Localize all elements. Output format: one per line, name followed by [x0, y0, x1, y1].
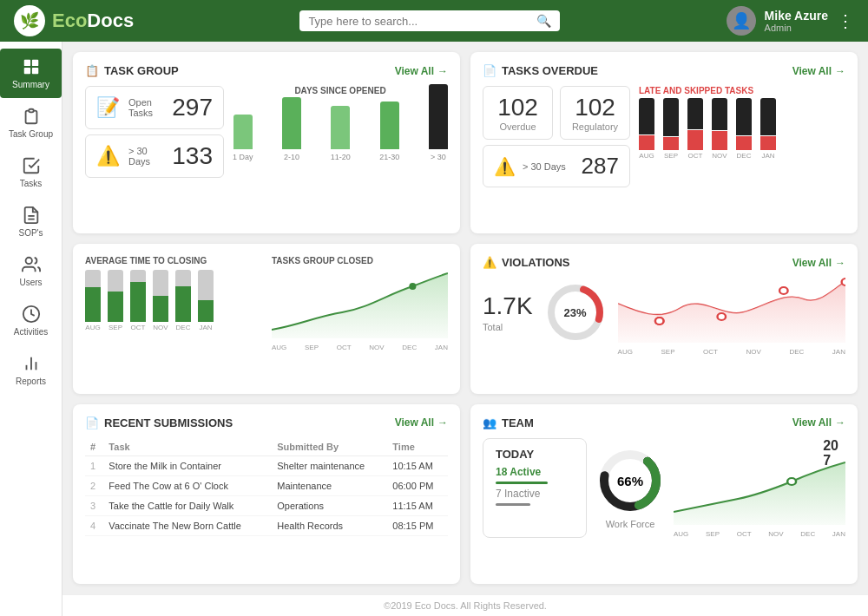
avg-bars: AUGSEPOCTNOVDECJAN [85, 271, 261, 331]
days-bar [331, 106, 350, 149]
over30-stat: ⚠️ > 30 Days 133 [85, 134, 224, 178]
tasks-overdue-header: 📄 TASKS OVERDUE View All → [483, 64, 845, 77]
days-bar-group: > 30 [429, 84, 448, 161]
svg-point-6 [25, 258, 31, 264]
header: 🌿 EcoDocs 🔍 👤 Mike Azure Admin ⋮ [0, 0, 868, 42]
submissions-icon: 📄 [85, 416, 99, 429]
late-bar-group: OCT [687, 98, 703, 160]
days-bar [429, 84, 448, 149]
team-title: 👥 TEAM [483, 416, 534, 429]
late-bar-dark [687, 98, 703, 129]
avg-bar-top [175, 270, 191, 285]
avatar: 👤 [727, 6, 756, 36]
sidebar-label-users: Users [19, 278, 42, 287]
sidebar-item-reports[interactable]: Reports [0, 345, 62, 395]
search-input[interactable] [308, 15, 529, 28]
search-icon: 🔍 [536, 14, 551, 28]
avg-bar-group: OCT [130, 270, 146, 331]
days-bar [282, 97, 301, 149]
sidebar-label-taskgroup: Task Group [9, 129, 53, 139]
sidebar-item-users[interactable]: Users [0, 246, 62, 296]
sidebar-item-sops[interactable]: SOP's [0, 197, 62, 246]
avg-bar-top [130, 270, 146, 282]
violations-icon: ⚠️ [483, 256, 496, 269]
sidebar-label-tasks: Tasks [20, 179, 43, 188]
violations-card: ⚠️ VIOLATIONS View All → 1.7K Total [470, 244, 858, 393]
over30-icon: ⚠️ [96, 145, 120, 167]
late-bar-label: SEP [664, 152, 678, 160]
days-bar-label: > 30 [431, 153, 446, 161]
submissions-card: 📄 RECENT SUBMISSIONS View All → #TaskSub… [73, 404, 460, 584]
violations-title: ⚠️ VIOLATIONS [483, 256, 569, 269]
svg-rect-0 [23, 60, 30, 66]
submissions-view-all[interactable]: View All → [395, 416, 448, 429]
late-bar-dark [663, 98, 679, 136]
month-label: AUG [272, 344, 286, 351]
days-bar [233, 115, 253, 149]
team-icon: 👥 [483, 416, 496, 429]
team-body: TODAY 18 Active 7 Inactive [483, 438, 845, 538]
month-label: SEP [706, 530, 720, 538]
tasks-overdue-card: 📄 TASKS OVERDUE View All → 102 O [470, 52, 858, 233]
month-label: DEC [800, 530, 815, 538]
sidebar-item-activities[interactable]: Activities [0, 296, 62, 345]
month-label: JAN [832, 530, 845, 538]
violations-view-all[interactable]: View All → [792, 257, 845, 269]
tasks-overdue-view-all[interactable]: View All → [792, 65, 845, 77]
submissions-col-header: Task [103, 438, 272, 456]
late-bar-dark [712, 98, 727, 130]
svg-rect-1 [31, 60, 37, 66]
avg-bar-group: SEP [108, 270, 123, 331]
avg-bar-top [153, 270, 168, 296]
search-area[interactable]: 🔍 [299, 10, 560, 31]
table-row: 2Feed The Cow at 6 O' ClockMaintenance06… [85, 475, 448, 495]
late-bar-red [736, 136, 752, 150]
user-info: Mike Azure Admin [765, 9, 828, 33]
svg-point-15 [655, 318, 664, 324]
submissions-header: 📄 RECENT SUBMISSIONS View All → [85, 416, 448, 429]
svg-rect-3 [31, 68, 37, 74]
table-cell: 2 [85, 475, 103, 495]
submissions-col-header: Submitted By [272, 438, 387, 456]
late-bar-group: SEP [663, 98, 679, 160]
month-label: JAN [832, 348, 845, 356]
layout: Summary Task Group Tasks SOP's Users Act… [0, 42, 868, 616]
days-bar-label: 21-30 [379, 153, 399, 161]
sidebar-item-tasks[interactable]: Tasks [0, 147, 62, 197]
svg-point-11 [409, 283, 416, 290]
open-tasks-icon: 📝 [96, 96, 120, 119]
sidebar-item-summary[interactable]: Summary [0, 49, 62, 98]
late-bar-label: NOV [712, 152, 727, 160]
team-view-all[interactable]: View All → [792, 416, 845, 429]
days-bar-label: 11-20 [331, 153, 351, 161]
sidebar-item-taskgroup[interactable]: Task Group [0, 98, 62, 147]
open-tasks-stat: 📝 Open Tasks 297 [85, 86, 224, 129]
table-cell: Shelter maintenance [272, 455, 387, 475]
avg-bar-bottom [85, 287, 101, 322]
tasks-closed-chart: AUGSEPOCTNOVDECJAN [272, 269, 448, 338]
regulatory-stat: 102 Regulatory [560, 86, 630, 140]
late-bar-dark [760, 98, 776, 135]
team-card: 👥 TEAM View All → TODAY 18 Active 7 Inac… [470, 404, 858, 584]
table-cell: Take the Cattle for Daily Walk [103, 495, 272, 515]
overdue-count-stat: 102 Overdue [483, 86, 553, 140]
user-role: Admin [765, 23, 828, 33]
late-bar-dark [639, 98, 654, 134]
table-cell: Operations [272, 495, 387, 515]
task-group-view-all[interactable]: View All → [395, 65, 448, 77]
days-bar-label: 2-10 [284, 153, 299, 161]
avg-bar-label: OCT [131, 324, 146, 331]
table-cell: 11:15 AM [387, 495, 448, 515]
team-donut: 66% Work Force [595, 438, 665, 538]
avg-bar-group: AUG [85, 270, 101, 331]
avg-bar-bottom [153, 296, 168, 322]
sidebar-label-summary: Summary [12, 80, 49, 89]
sidebar: Summary Task Group Tasks SOP's Users Act… [0, 42, 62, 616]
clipboard-icon: 📋 [85, 64, 99, 77]
overdue-body: 102 Overdue 102 Regulatory ⚠️ > 3 [483, 86, 845, 187]
table-cell: 1 [85, 455, 103, 475]
days-bar-group: 1 Day [233, 115, 253, 161]
late-bar-group: AUG [639, 98, 654, 160]
menu-icon[interactable]: ⋮ [837, 10, 854, 31]
violations-chart: AUGSEPOCTNOVDECJAN [618, 278, 845, 347]
